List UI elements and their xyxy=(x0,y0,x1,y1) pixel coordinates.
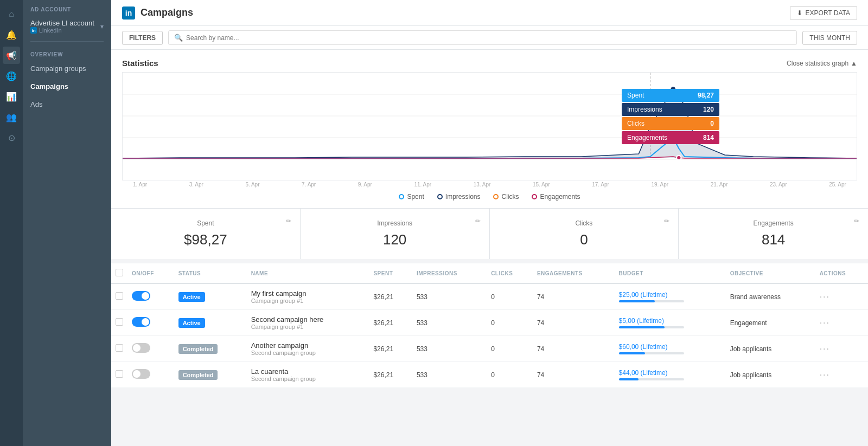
row-objective-1: Brand awareness xyxy=(726,283,815,310)
sidebar-divider xyxy=(30,41,104,42)
stats-title: Statistics xyxy=(122,59,158,68)
legend-spent-dot xyxy=(399,194,404,199)
row-campaign-name-4[interactable]: La cuarenta xyxy=(251,367,365,376)
nav-icon-home[interactable]: ⌂ xyxy=(3,5,20,23)
legend-engagements[interactable]: Engagements xyxy=(532,193,580,201)
statistics-chart: Spent 98,27 Impressions 120 Clicks 0 Eng… xyxy=(122,72,857,180)
legend-spent-label: Spent xyxy=(407,193,424,201)
row-more-button-3[interactable]: ··· xyxy=(820,344,830,353)
sidebar-item-campaign-groups[interactable]: Campaign groups xyxy=(23,60,111,77)
row-campaign-name-1[interactable]: My first campaign xyxy=(251,289,365,298)
date-range-button[interactable]: THIS MONTH xyxy=(802,31,857,45)
row-campaign-name-2[interactable]: Second campaign here xyxy=(251,315,365,324)
row-budget-label-1: $25,00 (Lifetime) xyxy=(619,291,684,299)
legend-spent[interactable]: Spent xyxy=(399,193,424,201)
row-budget-container-2: $5,00 (Lifetime) xyxy=(619,317,684,328)
table-header: ON/OFF STATUS NAME SPENT IMPRESSIONS CLI… xyxy=(111,263,868,283)
export-label: EXPORT DATA xyxy=(806,9,850,17)
filters-button[interactable]: FILTERS xyxy=(122,31,163,45)
sidebar-item-campaigns[interactable]: Campaigns xyxy=(23,77,111,95)
nav-icon-circle[interactable]: ⊙ xyxy=(3,129,20,146)
row-campaign-name-3[interactable]: Another campaign xyxy=(251,341,365,350)
chart-svg xyxy=(123,73,857,170)
th-status: STATUS xyxy=(174,263,247,283)
stat-card-spent: ✏ Spent $98,27 xyxy=(111,209,301,259)
edit-impressions-icon[interactable]: ✏ xyxy=(475,217,481,225)
row-status-cell-4: Completed xyxy=(174,362,247,388)
statistics-section: Statistics Close statistics graph ▲ xyxy=(111,50,868,208)
spent-value: $98,27 xyxy=(124,231,287,248)
row-more-button-1[interactable]: ··· xyxy=(820,292,830,301)
row-status-badge-4: Completed xyxy=(178,370,218,380)
row-clicks-4: 0 xyxy=(487,362,533,388)
row-budget-container-1: $25,00 (Lifetime) xyxy=(619,291,684,302)
row-checkbox-3[interactable] xyxy=(116,344,123,352)
legend-engagements-label: Engagements xyxy=(540,193,580,201)
row-budget-cell-4: $44,00 (Lifetime) xyxy=(615,362,726,388)
th-checkbox xyxy=(111,263,127,283)
nav-icon-megaphone[interactable]: 📢 xyxy=(3,47,20,64)
row-more-button-2[interactable]: ··· xyxy=(820,318,830,327)
row-checkbox-1[interactable] xyxy=(116,292,123,300)
row-budget-bar-fill-2 xyxy=(619,326,665,328)
stat-card-clicks: ✏ Clicks 0 xyxy=(490,209,679,259)
row-budget-label-4: $44,00 (Lifetime) xyxy=(619,369,684,377)
tooltip-spent-label: Spent xyxy=(627,92,644,99)
campaigns-table: ON/OFF STATUS NAME SPENT IMPRESSIONS CLI… xyxy=(111,263,868,388)
row-budget-bar-bg-4 xyxy=(619,378,684,380)
legend-clicks-dot xyxy=(493,194,499,199)
row-more-button-4[interactable]: ··· xyxy=(820,370,830,379)
edit-spent-icon[interactable]: ✏ xyxy=(286,217,291,225)
row-checkbox-2[interactable] xyxy=(116,318,123,326)
export-button[interactable]: ⬇ EXPORT DATA xyxy=(790,6,857,20)
row-checkbox-cell xyxy=(111,310,127,336)
row-status-badge-1: Active xyxy=(178,292,205,302)
row-actions-cell-2: ··· xyxy=(815,310,868,336)
main-content: in Campaigns ⬇ EXPORT DATA FILTERS 🔍 THI… xyxy=(111,0,868,446)
row-campaign-group-2: Campaign group #1 xyxy=(251,324,365,330)
row-toggle-1[interactable] xyxy=(132,291,150,301)
legend-impressions-label: Impressions xyxy=(445,193,481,201)
row-budget-cell-1: $25,00 (Lifetime) xyxy=(615,283,726,310)
account-selector[interactable]: Advertise LI account in LinkedIn ▾ xyxy=(23,16,111,37)
edit-clicks-icon[interactable]: ✏ xyxy=(664,217,669,225)
row-name-cell-3: Another campaign Second campaign group xyxy=(247,336,369,362)
row-budget-cell-2: $5,00 (Lifetime) xyxy=(615,310,726,336)
row-actions-cell-1: ··· xyxy=(815,283,868,310)
linkedin-small-icon: in xyxy=(30,27,37,34)
chart-xaxis: 1. Apr 3. Apr 5. Apr 7. Apr 9. Apr 11. A… xyxy=(122,180,857,188)
row-toggle-3[interactable] xyxy=(132,343,150,353)
tooltip-engagements-value: 814 xyxy=(703,134,714,141)
row-engagements-1: 74 xyxy=(533,283,615,310)
th-impressions: IMPRESSIONS xyxy=(412,263,487,283)
nav-icon-globe[interactable]: 🌐 xyxy=(3,67,20,85)
row-toggle-4[interactable] xyxy=(132,369,150,379)
sidebar-item-ads[interactable]: Ads xyxy=(23,95,111,113)
chart-tooltip: Spent 98,27 Impressions 120 Clicks 0 Eng… xyxy=(622,89,719,145)
chevron-icon: ▾ xyxy=(100,23,104,30)
page-title: Campaigns xyxy=(141,7,193,18)
row-status-badge-3: Completed xyxy=(178,344,218,354)
row-checkbox-4[interactable] xyxy=(116,370,123,378)
row-toggle-2[interactable] xyxy=(132,317,150,327)
row-objective-2: Engagement xyxy=(726,310,815,336)
close-stats-button[interactable]: Close statistics graph ▲ xyxy=(787,60,857,67)
clicks-label: Clicks xyxy=(503,219,666,227)
campaigns-table-section: ON/OFF STATUS NAME SPENT IMPRESSIONS CLI… xyxy=(111,263,868,388)
nav-icon-chart[interactable]: 📊 xyxy=(3,88,20,105)
row-spent-1: $26,21 xyxy=(369,283,412,310)
legend-impressions[interactable]: Impressions xyxy=(437,193,481,201)
engagements-value: 814 xyxy=(692,231,855,248)
row-budget-cell-3: $60,00 (Lifetime) xyxy=(615,336,726,362)
edit-engagements-icon[interactable]: ✏ xyxy=(854,217,859,225)
select-all-checkbox[interactable] xyxy=(116,269,123,276)
search-input[interactable] xyxy=(186,34,791,42)
nav-icon-people[interactable]: 👥 xyxy=(3,108,20,126)
legend-clicks[interactable]: Clicks xyxy=(493,193,519,201)
row-budget-container-4: $44,00 (Lifetime) xyxy=(619,369,684,380)
th-name: NAME xyxy=(247,263,369,283)
tooltip-clicks-value: 0 xyxy=(710,120,714,127)
row-engagements-2: 74 xyxy=(533,310,615,336)
nav-icon-bell[interactable]: 🔔 xyxy=(3,26,20,43)
impressions-value: 120 xyxy=(314,231,476,248)
